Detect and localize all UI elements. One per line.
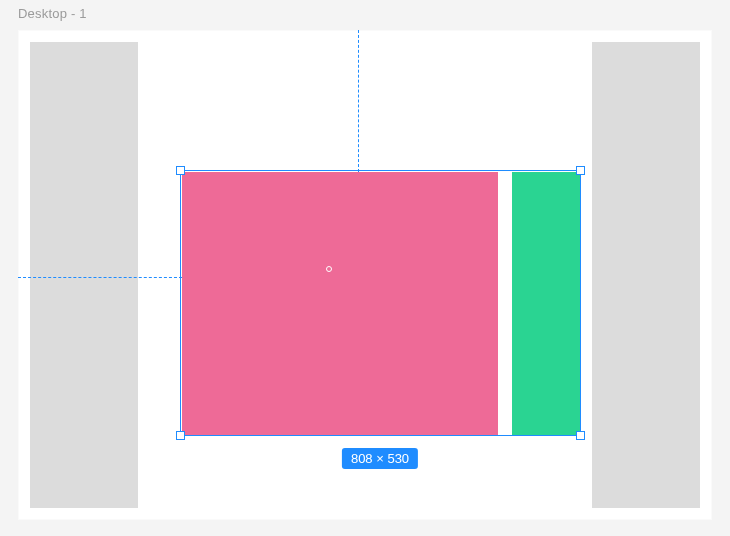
frame-label[interactable]: Desktop - 1 [18,6,87,21]
resize-handle-top-right[interactable] [576,166,585,175]
alignment-guide-vertical [358,30,359,172]
resize-handle-top-left[interactable] [176,166,185,175]
resize-handle-bottom-right[interactable] [576,431,585,440]
selection-size-badge: 808 × 530 [342,448,418,469]
resize-handle-bottom-left[interactable] [176,431,185,440]
sidebar-shape-left[interactable] [30,42,138,508]
pink-rectangle[interactable] [182,172,498,435]
green-rectangle[interactable] [512,172,580,435]
selected-layer-group[interactable] [182,172,580,435]
sidebar-shape-right[interactable] [592,42,700,508]
